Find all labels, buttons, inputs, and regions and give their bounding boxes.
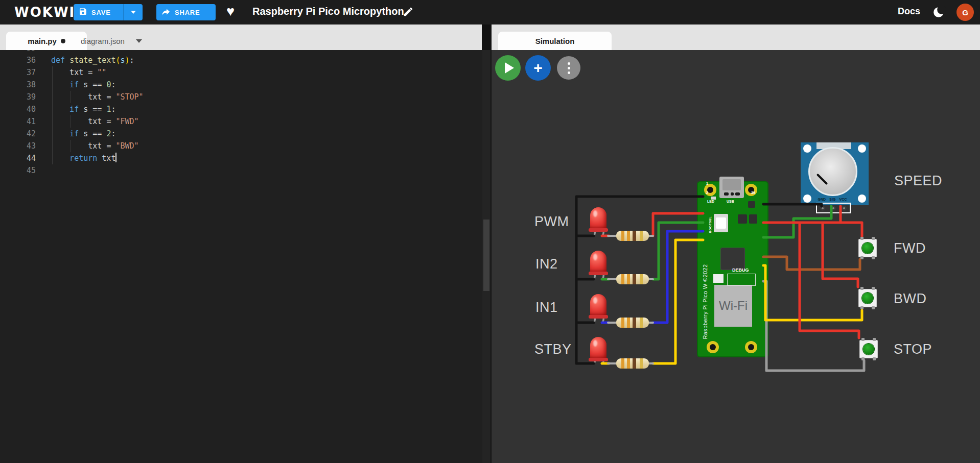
chip xyxy=(738,214,747,224)
top-bar: WOKWI SAVE SHARE ♥ Raspberry Pi Pico Mic… xyxy=(0,0,980,25)
line-number: 38 xyxy=(0,79,36,91)
label-speed: SPEED xyxy=(894,173,942,189)
plus-icon: + xyxy=(533,59,543,77)
share-button-label: SHARE xyxy=(175,9,200,16)
line-number: 45 xyxy=(0,164,36,177)
resistor[interactable] xyxy=(616,318,649,328)
line-number: 41 xyxy=(0,115,36,128)
line-number: 44 xyxy=(0,152,36,164)
code-line[interactable]: 38 if s == 0: xyxy=(0,79,482,91)
board-silkscreen-text: Raspberry Pi Pico W ©2022 xyxy=(702,261,708,343)
wokwi-logo[interactable]: WOKWI xyxy=(14,5,75,20)
play-button[interactable] xyxy=(495,55,521,81)
button-cap xyxy=(862,293,873,304)
pot-vcc-label: VCC xyxy=(839,198,847,201)
pin-number-label: 39 xyxy=(751,191,755,194)
tab-simulation-label: Simulation xyxy=(535,37,575,45)
code-line[interactable]: 43 txt = "BWD" xyxy=(0,140,482,152)
avatar[interactable]: G xyxy=(956,4,974,21)
scrollbar-thumb[interactable] xyxy=(483,220,489,291)
bootsel-button[interactable] xyxy=(714,214,728,232)
tab-diagram-json-label: diagram.json xyxy=(81,37,125,45)
code-editor[interactable]: 3536def state_text(s):37 txt = ""38 if s… xyxy=(0,50,482,463)
share-button[interactable]: SHARE xyxy=(156,4,216,20)
code-line[interactable]: 39 txt = "STOP" xyxy=(0,91,482,103)
line-number: 39 xyxy=(0,91,36,103)
code-lines: 3536def state_text(s):37 txt = ""38 if s… xyxy=(0,50,482,177)
dark-mode-moon-icon[interactable] xyxy=(932,6,946,21)
code-line[interactable]: 42 if s == 2: xyxy=(0,128,482,140)
tab-simulation[interactable]: Simulation xyxy=(498,32,612,50)
button-cap xyxy=(862,242,873,254)
chevron-down-icon xyxy=(131,11,136,14)
pot-sig-label: SIG xyxy=(829,198,835,201)
save-button-label: SAVE xyxy=(91,9,111,16)
unsaved-dot-icon xyxy=(61,39,65,43)
chevron-down-icon[interactable] xyxy=(136,39,142,43)
pot-hole xyxy=(803,194,811,203)
label-in1: IN1 xyxy=(535,300,558,315)
pot-pins xyxy=(816,203,851,213)
led-stby[interactable] xyxy=(590,337,606,359)
label-stby: STBY xyxy=(534,342,572,357)
pot-hole xyxy=(858,144,866,153)
rp2040-chip xyxy=(720,248,745,270)
line-number: 40 xyxy=(0,103,36,115)
pane-divider[interactable] xyxy=(491,25,492,463)
chip xyxy=(748,201,755,208)
code-line[interactable]: 45 xyxy=(0,164,482,177)
code-line[interactable]: 37 txt = "" xyxy=(0,66,482,79)
line-number: 37 xyxy=(0,66,36,79)
line-number: 36 xyxy=(0,54,36,66)
resistor[interactable] xyxy=(616,358,649,369)
label-pwm: PWM xyxy=(534,214,569,230)
led-silk-label: LED xyxy=(707,200,714,203)
add-part-button[interactable]: + xyxy=(525,55,551,81)
pushbutton-bwd[interactable] xyxy=(858,289,877,307)
potentiometer-knob[interactable] xyxy=(808,147,857,196)
docs-link[interactable]: Docs xyxy=(898,6,920,17)
code-line[interactable]: 41 txt = "FWD" xyxy=(0,115,482,128)
bootsel-label: BOOTSEL xyxy=(709,208,712,241)
code-line[interactable]: 35 xyxy=(0,50,482,54)
editor-tab-bar: main.py diagram.json xyxy=(0,25,482,50)
debug-silk-label: DEBUG xyxy=(732,267,749,273)
wifi-module: Wi-Fi xyxy=(714,285,752,327)
smd-part xyxy=(713,274,724,283)
pin-number-label: 1 xyxy=(706,182,708,185)
code-line[interactable]: 36def state_text(s): xyxy=(0,54,482,66)
edit-pencil-icon[interactable] xyxy=(403,6,414,19)
usb-connector xyxy=(719,177,744,198)
line-number: 43 xyxy=(0,140,36,152)
save-icon xyxy=(79,7,87,17)
led-in1[interactable] xyxy=(590,294,606,316)
pot-hole xyxy=(858,194,866,203)
label-stop: STOP xyxy=(894,342,932,357)
resistor[interactable] xyxy=(616,231,649,241)
led-in2[interactable] xyxy=(590,251,606,273)
wifi-label: Wi-Fi xyxy=(719,299,748,313)
mount-hole xyxy=(745,341,757,353)
pushbutton-stop[interactable] xyxy=(859,340,878,358)
code-line[interactable]: 44 return txt xyxy=(0,152,482,164)
chip xyxy=(749,214,757,224)
label-fwd: FWD xyxy=(894,240,926,256)
save-dropdown-button[interactable] xyxy=(123,4,143,20)
share-icon xyxy=(161,7,171,18)
kebab-menu-icon xyxy=(568,62,570,74)
editor-scrollbar[interactable] xyxy=(482,50,491,463)
simulation-menu-button[interactable] xyxy=(557,56,580,80)
tab-diagram-json[interactable]: diagram.json xyxy=(72,32,151,50)
code-line[interactable]: 40 if s == 1: xyxy=(0,103,482,115)
pushbutton-fwd[interactable] xyxy=(858,239,877,257)
line-number: 35 xyxy=(0,50,36,54)
simulation-tab-bar: Simulation xyxy=(492,25,980,50)
play-icon xyxy=(505,62,514,74)
pin-number-label: 2 xyxy=(706,191,708,194)
favorite-heart-icon[interactable]: ♥ xyxy=(226,4,235,19)
pot-gnd-label: GND xyxy=(818,198,826,201)
label-bwd: BWD xyxy=(894,291,927,307)
led-pwm[interactable] xyxy=(590,207,606,230)
project-title[interactable]: Raspberry Pi Pico Micropython xyxy=(252,6,404,17)
resistor[interactable] xyxy=(616,274,649,284)
